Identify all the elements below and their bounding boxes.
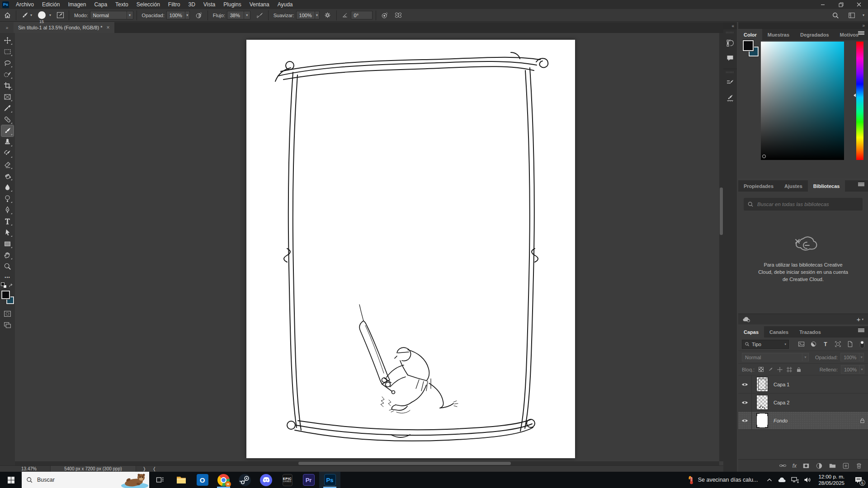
clone-stamp-tool-icon[interactable]: [1, 136, 14, 148]
visibility-toggle[interactable]: [738, 394, 752, 411]
brushes-panel-icon[interactable]: [724, 92, 736, 104]
document-canvas[interactable]: [246, 40, 575, 458]
quick-mask-icon[interactable]: [1, 308, 14, 319]
new-adjustment-layer-icon[interactable]: [816, 462, 823, 469]
outlook-icon[interactable]: O: [192, 472, 213, 488]
start-button[interactable]: [0, 472, 22, 488]
status-prev-icon[interactable]: ❬: [152, 466, 156, 471]
link-layers-icon[interactable]: [779, 462, 787, 469]
network-icon[interactable]: [788, 472, 801, 488]
new-layer-icon[interactable]: [842, 462, 849, 469]
epic-games-icon[interactable]: EPIC GAMES: [277, 472, 298, 488]
panel-collapse-chevrons[interactable]: »: [738, 22, 868, 29]
vertical-scrollbar-thumb[interactable]: [720, 188, 723, 235]
pen-tool-icon[interactable]: [1, 204, 14, 216]
history-panel-icon[interactable]: [724, 37, 736, 49]
taskbar-search-box[interactable]: Buscar: [22, 472, 149, 488]
foreground-background-swatches[interactable]: [1, 291, 14, 304]
hue-slider[interactable]: [856, 42, 863, 160]
chrome-icon[interactable]: H: [213, 472, 234, 488]
layer-style-fx-icon[interactable]: fx: [793, 463, 797, 469]
document-info[interactable]: 5400 px x 7200 px (300 ppp): [50, 466, 136, 472]
menu-edicion[interactable]: Edición: [38, 0, 64, 9]
comments-panel-icon[interactable]: [724, 52, 736, 64]
filter-shape-layers-icon[interactable]: [833, 340, 843, 349]
blur-tool-icon[interactable]: [1, 182, 14, 193]
smoothing-field[interactable]: 100% ▾: [296, 11, 320, 19]
tab-canales[interactable]: Canales: [764, 326, 794, 338]
color-field-cursor[interactable]: [762, 155, 766, 158]
layer-thumbnail[interactable]: [756, 377, 768, 392]
foreground-color-swatch[interactable]: [743, 40, 754, 51]
action-center-button[interactable]: 6: [849, 472, 868, 488]
lock-transparency-icon[interactable]: [758, 366, 764, 373]
layer-row-capa2[interactable]: Capa 2: [738, 394, 868, 412]
layer-opacity-field[interactable]: 100% ▾: [840, 353, 864, 361]
airbrush-icon[interactable]: [254, 10, 265, 20]
object-selection-tool-icon[interactable]: [1, 69, 14, 80]
path-selection-tool-icon[interactable]: [1, 227, 14, 238]
brush-angle-field[interactable]: 0°: [351, 11, 373, 19]
layer-row-capa1[interactable]: Capa 1: [738, 375, 868, 394]
layer-name[interactable]: Capa 1: [774, 382, 868, 387]
photoshop-icon[interactable]: Ps: [319, 472, 340, 488]
visibility-toggle[interactable]: [738, 412, 752, 429]
default-colors-icon[interactable]: [1, 282, 7, 288]
menu-ventana[interactable]: Ventana: [245, 0, 274, 9]
layer-name[interactable]: Fondo: [774, 418, 859, 423]
lock-pixels-icon[interactable]: [767, 366, 774, 373]
steam-icon[interactable]: [234, 472, 255, 488]
menu-capa[interactable]: Capa: [90, 0, 111, 9]
frame-tool-icon[interactable]: [1, 91, 14, 103]
panel-menu-icon[interactable]: [858, 328, 864, 329]
menu-vista[interactable]: Vista: [199, 0, 219, 9]
smoothing-options-gear-icon[interactable]: [322, 10, 333, 20]
tab-muestras[interactable]: Muestras: [762, 29, 795, 40]
add-library-icon[interactable]: +: [857, 316, 861, 323]
menu-3d[interactable]: 3D: [184, 0, 199, 9]
add-layer-mask-icon[interactable]: [802, 462, 810, 469]
task-view-button[interactable]: [149, 472, 170, 488]
hand-tool-icon[interactable]: [1, 249, 14, 261]
close-tab-icon[interactable]: ×: [106, 24, 109, 31]
brush-preset-icon[interactable]: [19, 10, 30, 20]
layer-filter-select[interactable]: Tipo ▾: [742, 340, 789, 349]
opacity-pressure-icon[interactable]: [193, 10, 204, 20]
lock-all-icon[interactable]: [796, 366, 802, 373]
lock-position-icon[interactable]: [777, 366, 783, 373]
workspace-chevron-icon[interactable]: ▾: [863, 13, 864, 17]
taskbar-clock[interactable]: 12:00 p. m. 28/05/2025: [814, 474, 849, 486]
brush-settings-panel-icon[interactable]: [724, 77, 736, 89]
tab-bibliotecas[interactable]: Bibliotecas: [808, 180, 845, 192]
foreground-color-swatch[interactable]: [1, 291, 10, 299]
blend-mode-select-disabled[interactable]: Normal ▾: [742, 353, 809, 361]
crop-tool-icon[interactable]: [1, 80, 14, 91]
tab-color[interactable]: Color: [738, 29, 762, 40]
panel-menu-icon[interactable]: [858, 31, 864, 32]
filter-pixel-layers-icon[interactable]: [796, 340, 806, 349]
rectangle-tool-icon[interactable]: [1, 238, 14, 249]
tab-degradados[interactable]: Degradados: [795, 29, 835, 40]
visibility-toggle[interactable]: [738, 375, 752, 393]
restore-button[interactable]: [832, 0, 850, 9]
type-tool-icon[interactable]: [1, 216, 14, 227]
search-icon[interactable]: [830, 10, 841, 20]
status-next-icon[interactable]: ❭: [142, 466, 146, 471]
color-swatches[interactable]: [743, 40, 761, 59]
layer-thumbnail[interactable]: [756, 413, 768, 428]
tab-trazados[interactable]: Trazados: [794, 326, 826, 338]
menu-plugins[interactable]: Plugins: [219, 0, 245, 9]
menu-texto[interactable]: Texto: [111, 0, 132, 9]
layer-name[interactable]: Capa 2: [774, 400, 868, 405]
discord-icon[interactable]: [255, 472, 277, 488]
show-hidden-icons-chevron[interactable]: [763, 472, 776, 488]
chevron-down-icon[interactable]: ▾: [862, 318, 863, 321]
saturation-brightness-field[interactable]: [761, 42, 844, 160]
lasso-tool-icon[interactable]: [1, 57, 14, 69]
libraries-search-input[interactable]: Buscar en todas las bibliotecas: [744, 198, 863, 211]
document-tab[interactable]: Sin título-1 al 13.5% (Fondo, RGB/8) * ×: [14, 22, 114, 33]
opacity-field[interactable]: 100% ▾: [166, 11, 190, 19]
tab-ajustes[interactable]: Ajustes: [779, 180, 808, 192]
brush-tool-icon[interactable]: [1, 125, 14, 136]
screen-mode-icon[interactable]: [1, 319, 14, 331]
